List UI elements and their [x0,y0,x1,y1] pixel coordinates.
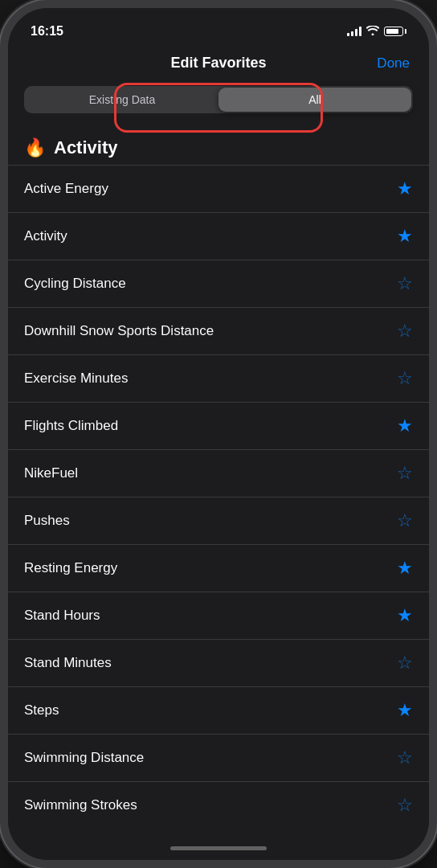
star-icon-cycling-distance[interactable]: ☆ [397,273,413,294]
home-indicator [8,836,429,860]
home-bar [170,846,267,850]
star-icon-downhill-snow[interactable]: ☆ [397,321,413,342]
list-item[interactable]: Flights Climbed ★ [8,403,429,450]
star-icon-active-energy[interactable]: ★ [397,178,413,199]
battery-icon [384,27,406,36]
segment-control: Existing Data All [24,86,413,113]
nav-bar: Edit Favorites Done [8,48,429,78]
done-button[interactable]: Done [377,55,410,72]
item-label: Activity [24,228,67,244]
list-item[interactable]: Stand Hours ★ [8,592,429,640]
section-header: 🔥 Activity [8,126,429,165]
star-icon-swimming-strokes[interactable]: ☆ [397,795,413,816]
item-label: Swimming Distance [24,750,144,766]
item-label: Stand Hours [24,608,100,624]
list-item[interactable]: Swimming Distance ☆ [8,735,429,782]
notch [154,8,283,32]
list-item[interactable]: Resting Energy ★ [8,545,429,592]
item-label: Active Energy [24,181,108,197]
star-icon-flights-climbed[interactable]: ★ [397,416,413,436]
item-label: Swimming Strokes [24,797,137,813]
star-icon-stand-minutes[interactable]: ☆ [397,653,413,674]
star-icon-swimming-distance[interactable]: ☆ [397,747,413,768]
item-label: NikeFuel [24,465,78,481]
list-item[interactable]: Exercise Minutes ☆ [8,355,429,403]
star-icon-stand-hours[interactable]: ★ [397,605,413,626]
star-icon-resting-energy[interactable]: ★ [397,558,413,579]
list-item[interactable]: Pushes ☆ [8,497,429,545]
item-label: Flights Climbed [24,418,118,434]
item-label: Exercise Minutes [24,371,128,387]
items-list: Active Energy ★ Activity ★ Cycling Dista… [8,165,429,829]
list-item[interactable]: Active Energy ★ [8,165,429,213]
item-label: Resting Energy [24,560,117,576]
content-area: 🔥 Activity Active Energy ★ Activity ★ Cy… [8,126,429,836]
phone-frame: 16:15 [0,0,437,868]
list-item[interactable]: Cycling Distance ☆ [8,260,429,308]
list-item[interactable]: Downhill Snow Sports Distance ☆ [8,308,429,355]
segment-container: Existing Data All [8,78,429,126]
signal-icon [347,27,361,36]
item-label: Stand Minutes [24,655,112,671]
wifi-icon [366,25,379,38]
star-icon-activity[interactable]: ★ [397,226,413,247]
star-icon-exercise-minutes[interactable]: ☆ [397,368,413,389]
status-icons [347,25,406,38]
item-label: Pushes [24,513,70,529]
list-item[interactable]: Steps ★ [8,687,429,735]
star-icon-pushes[interactable]: ☆ [397,510,413,531]
list-item[interactable]: NikeFuel ☆ [8,450,429,497]
status-time: 16:15 [31,24,63,39]
item-label: Cycling Distance [24,276,126,292]
segment-all[interactable]: All [218,88,411,112]
star-icon-steps[interactable]: ★ [397,700,413,721]
section-title: Activity [54,137,117,158]
flame-icon: 🔥 [24,137,46,158]
list-item[interactable]: Swimming Strokes ☆ [8,782,429,829]
list-item[interactable]: Stand Minutes ☆ [8,640,429,687]
list-item[interactable]: Activity ★ [8,213,429,260]
item-label: Steps [24,702,59,719]
nav-title: Edit Favorites [170,55,266,72]
star-icon-nikefuel[interactable]: ☆ [397,463,413,484]
segment-existing-data[interactable]: Existing Data [26,88,218,112]
item-label: Downhill Snow Sports Distance [24,323,214,339]
screen: 16:15 [8,8,429,860]
